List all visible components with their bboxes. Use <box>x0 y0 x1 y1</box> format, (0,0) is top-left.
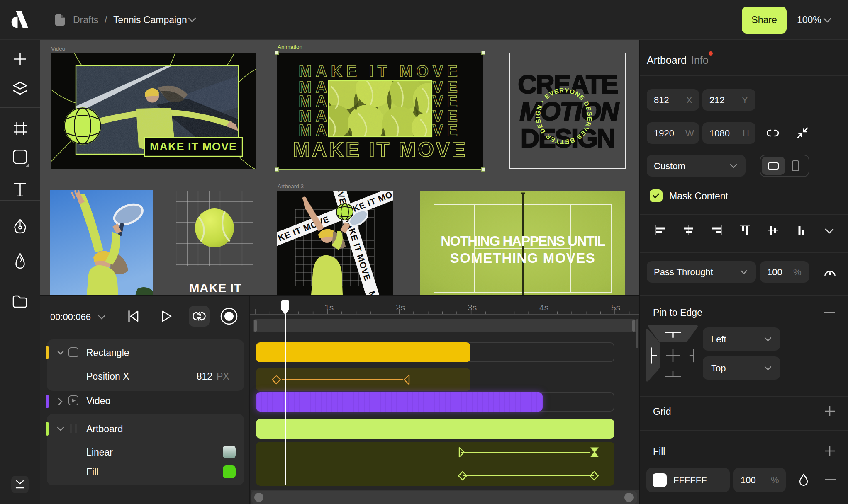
svg-text:CREATE: CREATE <box>518 70 617 99</box>
svg-text:DESIGN: DESIGN <box>521 124 615 153</box>
svg-text:MAKE IT MOVE: MAKE IT MOVE <box>150 141 237 153</box>
svg-text:SOMETHING MOVES: SOMETHING MOVES <box>450 250 596 266</box>
svg-text:MOTION: MOTION <box>520 97 620 126</box>
svg-text:NOTHING HAPPENS UNTIL: NOTHING HAPPENS UNTIL <box>441 233 605 249</box>
